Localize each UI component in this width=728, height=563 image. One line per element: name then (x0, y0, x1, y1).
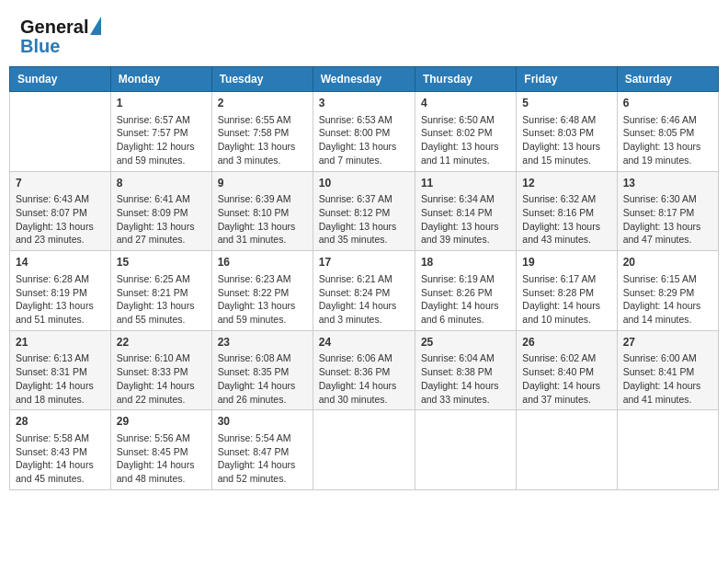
day-number: 29 (117, 414, 206, 430)
day-number: 14 (16, 255, 105, 270)
day-number: 4 (421, 96, 510, 111)
calendar-cell: 13Sunrise: 6:30 AM Sunset: 8:17 PM Dayli… (617, 171, 718, 251)
day-info: Sunrise: 5:58 AM Sunset: 8:43 PM Dayligh… (16, 431, 105, 486)
day-number: 11 (421, 176, 510, 191)
calendar-week-4: 21Sunrise: 6:13 AM Sunset: 8:31 PM Dayli… (10, 330, 719, 410)
day-info: Sunrise: 6:32 AM Sunset: 8:16 PM Dayligh… (522, 192, 610, 247)
day-info: Sunrise: 6:43 AM Sunset: 8:07 PM Dayligh… (16, 192, 105, 247)
day-info: Sunrise: 6:17 AM Sunset: 8:28 PM Dayligh… (522, 272, 610, 327)
day-info: Sunrise: 6:50 AM Sunset: 8:02 PM Dayligh… (421, 113, 510, 167)
calendar-week-3: 14Sunrise: 6:28 AM Sunset: 8:19 PM Dayli… (10, 251, 719, 331)
calendar-cell: 17Sunrise: 6:21 AM Sunset: 8:24 PM Dayli… (313, 251, 415, 331)
calendar-cell: 26Sunrise: 6:02 AM Sunset: 8:40 PM Dayli… (517, 330, 617, 410)
calendar-cell: 22Sunrise: 6:10 AM Sunset: 8:33 PM Dayli… (110, 330, 211, 410)
day-number: 10 (319, 176, 409, 191)
day-info: Sunrise: 6:46 AM Sunset: 8:05 PM Dayligh… (623, 113, 712, 167)
day-number: 20 (623, 255, 712, 270)
day-number: 22 (117, 335, 206, 350)
calendar-cell: 19Sunrise: 6:17 AM Sunset: 8:28 PM Dayli… (517, 251, 617, 331)
day-number: 12 (522, 176, 610, 191)
day-info: Sunrise: 6:48 AM Sunset: 8:03 PM Dayligh… (522, 113, 610, 167)
calendar-cell: 14Sunrise: 6:28 AM Sunset: 8:19 PM Dayli… (10, 251, 111, 331)
calendar-cell: 29Sunrise: 5:56 AM Sunset: 8:45 PM Dayli… (110, 410, 211, 490)
day-header-tuesday: Tuesday (211, 67, 313, 92)
day-number: 15 (117, 255, 206, 270)
logo-general: General (20, 17, 88, 37)
calendar-cell: 10Sunrise: 6:37 AM Sunset: 8:12 PM Dayli… (313, 171, 415, 251)
day-number: 27 (623, 335, 712, 350)
calendar-cell: 1Sunrise: 6:57 AM Sunset: 7:57 PM Daylig… (110, 92, 211, 172)
day-number: 5 (522, 96, 610, 111)
day-info: Sunrise: 6:06 AM Sunset: 8:36 PM Dayligh… (319, 351, 409, 406)
calendar-week-5: 28Sunrise: 5:58 AM Sunset: 8:43 PM Dayli… (10, 410, 719, 490)
day-info: Sunrise: 6:02 AM Sunset: 8:40 PM Dayligh… (522, 351, 610, 406)
calendar-cell: 6Sunrise: 6:46 AM Sunset: 8:05 PM Daylig… (617, 92, 718, 172)
day-header-monday: Monday (110, 67, 211, 92)
day-info: Sunrise: 5:56 AM Sunset: 8:45 PM Dayligh… (117, 431, 206, 486)
day-info: Sunrise: 6:53 AM Sunset: 8:00 PM Dayligh… (319, 113, 409, 167)
day-number: 26 (522, 335, 610, 350)
day-number: 1 (117, 96, 206, 111)
day-info: Sunrise: 6:57 AM Sunset: 7:57 PM Dayligh… (117, 113, 206, 167)
page-header: General Blue (9, 9, 719, 61)
calendar-cell (517, 410, 617, 490)
day-info: Sunrise: 6:39 AM Sunset: 8:10 PM Dayligh… (218, 192, 307, 247)
calendar-header-row: SundayMondayTuesdayWednesdayThursdayFrid… (10, 67, 719, 92)
calendar-week-1: 1Sunrise: 6:57 AM Sunset: 7:57 PM Daylig… (10, 92, 719, 172)
calendar-cell: 24Sunrise: 6:06 AM Sunset: 8:36 PM Dayli… (313, 330, 415, 410)
calendar-cell: 3Sunrise: 6:53 AM Sunset: 8:00 PM Daylig… (313, 92, 415, 172)
day-info: Sunrise: 6:10 AM Sunset: 8:33 PM Dayligh… (117, 351, 206, 406)
calendar-cell: 9Sunrise: 6:39 AM Sunset: 8:10 PM Daylig… (211, 171, 313, 251)
day-number: 30 (218, 414, 307, 430)
calendar-cell (617, 410, 718, 490)
day-number: 19 (522, 255, 610, 270)
day-info: Sunrise: 6:21 AM Sunset: 8:24 PM Dayligh… (319, 272, 409, 327)
calendar-cell: 12Sunrise: 6:32 AM Sunset: 8:16 PM Dayli… (517, 171, 617, 251)
day-number: 7 (16, 176, 105, 191)
calendar-cell: 20Sunrise: 6:15 AM Sunset: 8:29 PM Dayli… (617, 251, 718, 331)
calendar-cell: 8Sunrise: 6:41 AM Sunset: 8:09 PM Daylig… (110, 171, 211, 251)
calendar-cell: 23Sunrise: 6:08 AM Sunset: 8:35 PM Dayli… (211, 330, 313, 410)
day-info: Sunrise: 6:13 AM Sunset: 8:31 PM Dayligh… (16, 351, 105, 406)
day-number: 17 (319, 255, 409, 270)
day-info: Sunrise: 6:08 AM Sunset: 8:35 PM Dayligh… (218, 351, 307, 406)
day-number: 18 (421, 255, 510, 270)
calendar-cell: 16Sunrise: 6:23 AM Sunset: 8:22 PM Dayli… (211, 251, 313, 331)
calendar-cell: 21Sunrise: 6:13 AM Sunset: 8:31 PM Dayli… (10, 330, 111, 410)
logo-blue: Blue (20, 36, 60, 56)
day-number: 23 (218, 335, 307, 350)
day-header-sunday: Sunday (10, 67, 111, 92)
calendar-cell: 30Sunrise: 5:54 AM Sunset: 8:47 PM Dayli… (211, 410, 313, 490)
day-info: Sunrise: 6:19 AM Sunset: 8:26 PM Dayligh… (421, 272, 510, 327)
day-header-friday: Friday (517, 67, 617, 92)
day-number: 24 (319, 335, 409, 350)
calendar-cell: 5Sunrise: 6:48 AM Sunset: 8:03 PM Daylig… (517, 92, 617, 172)
day-header-thursday: Thursday (415, 67, 516, 92)
day-info: Sunrise: 6:30 AM Sunset: 8:17 PM Dayligh… (623, 192, 712, 247)
calendar-cell (415, 410, 516, 490)
day-info: Sunrise: 6:28 AM Sunset: 8:19 PM Dayligh… (16, 272, 105, 327)
day-info: Sunrise: 6:25 AM Sunset: 8:21 PM Dayligh… (117, 272, 206, 327)
calendar-cell: 2Sunrise: 6:55 AM Sunset: 7:58 PM Daylig… (211, 92, 313, 172)
calendar-week-2: 7Sunrise: 6:43 AM Sunset: 8:07 PM Daylig… (10, 171, 719, 251)
day-number: 8 (117, 176, 206, 191)
day-number: 2 (218, 96, 307, 111)
calendar-cell: 4Sunrise: 6:50 AM Sunset: 8:02 PM Daylig… (415, 92, 516, 172)
day-info: Sunrise: 6:04 AM Sunset: 8:38 PM Dayligh… (421, 351, 510, 406)
day-number: 6 (623, 96, 712, 111)
day-info: Sunrise: 6:15 AM Sunset: 8:29 PM Dayligh… (623, 272, 712, 327)
day-number: 21 (16, 335, 105, 350)
calendar-cell: 25Sunrise: 6:04 AM Sunset: 8:38 PM Dayli… (415, 330, 516, 410)
day-info: Sunrise: 6:00 AM Sunset: 8:41 PM Dayligh… (623, 351, 712, 406)
day-number: 16 (218, 255, 307, 270)
logo: General Blue (20, 17, 88, 57)
day-number: 28 (16, 414, 105, 430)
calendar-table: SundayMondayTuesdayWednesdayThursdayFrid… (9, 66, 719, 490)
day-info: Sunrise: 6:37 AM Sunset: 8:12 PM Dayligh… (319, 192, 409, 247)
calendar-cell: 7Sunrise: 6:43 AM Sunset: 8:07 PM Daylig… (10, 171, 111, 251)
day-number: 25 (421, 335, 510, 350)
calendar-cell: 15Sunrise: 6:25 AM Sunset: 8:21 PM Dayli… (110, 251, 211, 331)
calendar-cell (313, 410, 415, 490)
calendar-cell (10, 92, 111, 172)
day-header-saturday: Saturday (617, 67, 718, 92)
